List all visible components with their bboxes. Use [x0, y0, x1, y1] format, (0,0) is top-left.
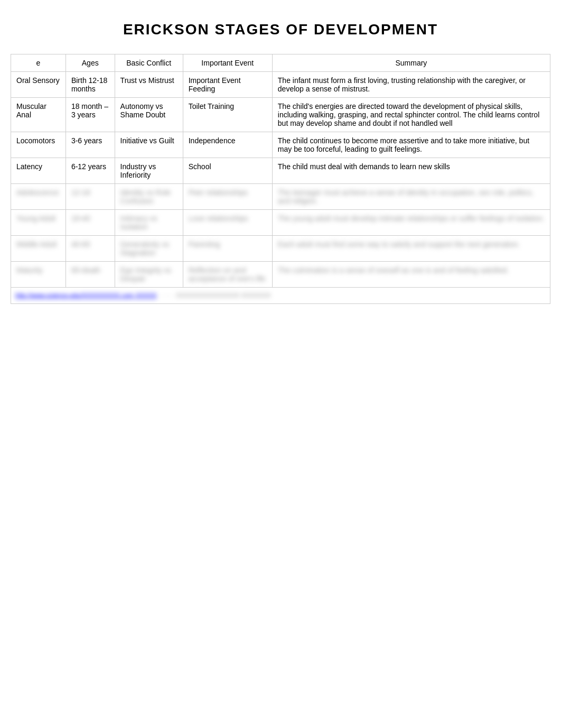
table-row: Oral Sensory Birth 12-18 months Trust vs…: [11, 72, 550, 98]
cell-stage: Young Adult: [11, 210, 66, 236]
cell-summary: The teenager must achieve a sense of ide…: [272, 184, 550, 210]
cell-stage: Maturity: [11, 262, 66, 288]
cell-conflict: Ego Integrity vs Despair: [115, 262, 183, 288]
cell-summary: The child must deal with demands to lear…: [272, 158, 550, 184]
cell-event: Independence: [183, 132, 272, 158]
cell-ages: 40-65: [66, 236, 115, 262]
cell-stage: Adolescence: [11, 184, 66, 210]
table-row: Maturity 65-death Ego Integrity vs Despa…: [11, 262, 550, 288]
cell-stage: Locomotors: [11, 132, 66, 158]
cell-summary: The young adult must develop intimate re…: [272, 210, 550, 236]
table-row: Adolescence 12-18 Identity vs Role Confu…: [11, 184, 550, 210]
cell-conflict: Autonomy vs Shame Doubt: [115, 98, 183, 132]
cell-event: Love relationships: [183, 210, 272, 236]
footer-link[interactable]: http://www.science.edu/XXXXXXXXX.com XXX…: [15, 292, 156, 299]
cell-event: Peer relationships: [183, 184, 272, 210]
cell-summary: The child continues to become more asser…: [272, 132, 550, 158]
cell-event: School: [183, 158, 272, 184]
stages-table: e Ages Basic Conflict Important Event Su…: [11, 54, 550, 304]
col-event: Important Event: [183, 54, 272, 72]
cell-ages: 3-6 years: [66, 132, 115, 158]
cell-conflict: Generativity vs Stagnation: [115, 236, 183, 262]
table-row: Latency 6-12 years Industry vs Inferiori…: [11, 158, 550, 184]
cell-summary: The culmination is a sense of oneself as…: [272, 262, 550, 288]
cell-event: Toilet Training: [183, 98, 272, 132]
cell-stage: Muscular Anal: [11, 98, 66, 132]
cell-ages: 18 month – 3 years: [66, 98, 115, 132]
cell-conflict: Identity vs Role Confusion: [115, 184, 183, 210]
cell-conflict: Intimacy vs Isolation: [115, 210, 183, 236]
cell-summary: Each adult must find some way to satisfy…: [272, 236, 550, 262]
cell-stage: Latency: [11, 158, 66, 184]
cell-summary: The child's energies are directed toward…: [272, 98, 550, 132]
cell-ages: 19-40: [66, 210, 115, 236]
cell-ages: 12-18: [66, 184, 115, 210]
table-row: Middle Adult 40-65 Generativity vs Stagn…: [11, 236, 550, 262]
cell-event: Parenting: [183, 236, 272, 262]
cell-event: Reflection on and acceptance of one's li…: [183, 262, 272, 288]
col-summary: Summary: [272, 54, 550, 72]
footer-content: http://www.science.edu/XXXXXXXXX.com XXX…: [11, 288, 550, 304]
cell-event: Important Event Feeding: [183, 72, 272, 98]
footer-text: · · · · · XXXXXXXXXXXXXXX XXXXXXX: [158, 292, 271, 299]
table-row: Young Adult 19-40 Intimacy vs Isolation …: [11, 210, 550, 236]
col-conflict: Basic Conflict: [115, 54, 183, 72]
cell-ages: Birth 12-18 months: [66, 72, 115, 98]
cell-stage: Middle Adult: [11, 236, 66, 262]
cell-ages: 65-death: [66, 262, 115, 288]
table-row: Locomotors 3-6 years Initiative vs Guilt…: [11, 132, 550, 158]
page-title: ERICKSON STAGES OF DEVELOPMENT: [11, 21, 550, 38]
cell-conflict: Industry vs Inferiority: [115, 158, 183, 184]
cell-conflict: Trust vs Mistrust: [115, 72, 183, 98]
cell-stage: Oral Sensory: [11, 72, 66, 98]
cell-conflict: Initiative vs Guilt: [115, 132, 183, 158]
table-row: Muscular Anal 18 month – 3 years Autonom…: [11, 98, 550, 132]
footer-row: http://www.science.edu/XXXXXXXXX.com XXX…: [11, 288, 550, 304]
col-ages: Ages: [66, 54, 115, 72]
cell-ages: 6-12 years: [66, 158, 115, 184]
col-stage: e: [11, 54, 66, 72]
cell-summary: The infant must form a first loving, tru…: [272, 72, 550, 98]
